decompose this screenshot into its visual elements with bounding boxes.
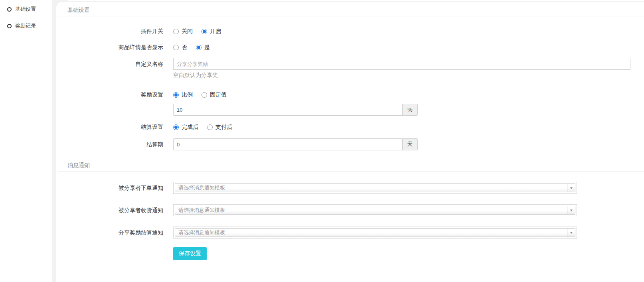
- custom-name-field-wrap: 空白默认为分享奖: [173, 58, 630, 79]
- select-placeholder: 请选择消息通知模板: [175, 229, 567, 236]
- radio-label: 完成后: [182, 124, 198, 131]
- field-label: 被分享者收货通知: [56, 204, 163, 216]
- select-placeholder: 请选择消息通知模板: [175, 207, 567, 214]
- field-label: 自定义名称: [56, 58, 163, 70]
- radio-label: 是: [204, 44, 210, 51]
- radio-icon: [173, 124, 179, 130]
- order-notify-select[interactable]: 请选择消息通知模板 ▼: [173, 182, 577, 194]
- radio-option-ratio[interactable]: 比例: [173, 91, 193, 99]
- radio-label: 开启: [210, 28, 221, 35]
- radio-label: 固定值: [210, 91, 227, 99]
- radio-icon: [201, 92, 207, 98]
- radio-option-on[interactable]: 开启: [201, 28, 221, 35]
- row-plugin-switch: 插件开关 关闭 开启: [56, 25, 644, 38]
- settle-period-input[interactable]: [173, 138, 403, 150]
- select-placeholder: 请选择消息通知模板: [175, 184, 567, 191]
- radio-icon: [173, 29, 179, 34]
- radio-option-after-complete[interactable]: 完成后: [173, 124, 198, 131]
- days-addon: 天: [402, 138, 418, 150]
- row-reward-setting: 奖励设置 比例 固定值: [56, 89, 644, 101]
- row-order-notify: 被分享者下单通知 请选择消息通知模板 ▼: [56, 182, 644, 194]
- radio-label: 比例: [182, 91, 193, 99]
- save-settings-button[interactable]: 保存设置: [173, 247, 207, 260]
- plugin-switch-radio-group: 关闭 开启: [173, 25, 221, 38]
- row-custom-name: 自定义名称 空白默认为分享奖: [56, 58, 644, 79]
- section-title-notify: 消息通知: [56, 150, 644, 171]
- radio-icon: [201, 29, 207, 34]
- radio-option-off[interactable]: 关闭: [173, 28, 193, 35]
- settle-notify-select[interactable]: 请选择消息通知模板 ▼: [173, 227, 577, 239]
- radio-option-fixed[interactable]: 固定值: [201, 91, 227, 99]
- field-label: 结算期: [56, 138, 163, 150]
- radio-icon: [207, 124, 213, 130]
- field-label: 分享奖励结算通知: [56, 227, 163, 239]
- circle-icon: [7, 24, 12, 28]
- select-inner: 请选择消息通知模板 ▼: [175, 206, 575, 215]
- radio-icon: [173, 92, 179, 98]
- circle-icon: [7, 7, 12, 12]
- section-title-basic: 基础设置: [56, 2, 644, 16]
- chevron-down-icon: ▼: [567, 229, 575, 237]
- custom-name-helper-text: 空白默认为分享奖: [173, 72, 630, 79]
- custom-name-input[interactable]: [173, 58, 630, 70]
- radio-option-no[interactable]: 否: [173, 44, 187, 51]
- field-label: 被分享者下单通知: [56, 182, 163, 194]
- sidebar-item-label: 基础设置: [15, 6, 36, 13]
- row-settle-period: 结算期 天: [56, 138, 644, 150]
- row-receive-notify: 被分享者收货通知 请选择消息通知模板 ▼: [56, 204, 644, 216]
- radio-label: 关闭: [182, 28, 193, 35]
- radio-icon: [196, 45, 201, 50]
- receive-notify-select[interactable]: 请选择消息通知模板 ▼: [173, 204, 577, 216]
- row-detail-display: 商品详情是否显示 否 是: [56, 41, 644, 54]
- row-save: 保存设置: [56, 247, 644, 260]
- sidebar-item-reward-records[interactable]: 奖励记录: [0, 22, 52, 30]
- main-panel: 基础设置 插件开关 关闭 开启 商品详情是否显示 否 是: [56, 1, 644, 282]
- row-settle-notify: 分享奖励结算通知 请选择消息通知模板 ▼: [56, 227, 644, 239]
- field-label: 结算设置: [56, 124, 163, 131]
- reward-setting-radio-group: 比例 固定值: [173, 89, 227, 101]
- sidebar-item-basic-settings[interactable]: 基础设置: [0, 6, 52, 13]
- sidebar-item-label: 奖励记录: [15, 22, 36, 30]
- settle-period-group: 天: [173, 138, 418, 150]
- chevron-down-icon: ▼: [567, 206, 575, 214]
- reward-value-input[interactable]: [173, 104, 403, 116]
- settle-setting-radio-group: 完成后 支付后: [173, 121, 232, 134]
- select-inner: 请选择消息通知模板 ▼: [175, 183, 575, 192]
- radio-option-after-pay[interactable]: 支付后: [207, 124, 232, 131]
- row-reward-value: %: [56, 104, 644, 116]
- field-label: 奖励设置: [56, 91, 163, 99]
- section-divider: [58, 171, 644, 172]
- sidebar: 基础设置 奖励记录: [0, 0, 52, 282]
- radio-icon: [173, 45, 179, 50]
- field-label: 插件开关: [56, 28, 163, 35]
- reward-value-group: %: [173, 104, 418, 116]
- radio-label: 支付后: [215, 124, 232, 131]
- radio-label: 否: [182, 44, 187, 51]
- row-settle-setting: 结算设置 完成后 支付后: [56, 121, 644, 134]
- detail-display-radio-group: 否 是: [173, 41, 210, 54]
- radio-option-yes[interactable]: 是: [196, 44, 210, 51]
- select-inner: 请选择消息通知模板 ▼: [175, 228, 575, 237]
- chevron-down-icon: ▼: [567, 184, 575, 192]
- percent-addon: %: [402, 104, 418, 116]
- section-divider: [58, 16, 644, 16]
- field-label: 商品详情是否显示: [56, 44, 163, 51]
